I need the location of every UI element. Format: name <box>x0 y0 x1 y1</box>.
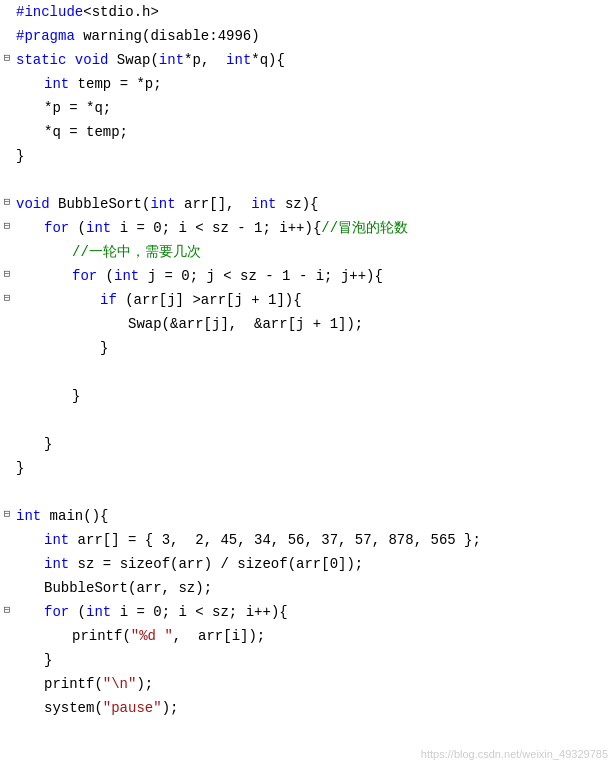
code-line: } <box>0 456 616 480</box>
code-line: } <box>0 648 616 672</box>
fold-indicator <box>0 337 14 339</box>
code-line: ⊟for (int j = 0; j < sz - 1 - i; j++){ <box>0 264 616 288</box>
fold-indicator <box>0 121 14 123</box>
fold-indicator[interactable]: ⊟ <box>0 505 14 520</box>
code-line: ⊟void BubbleSort(int arr[], int sz){ <box>0 192 616 216</box>
code-text: if (arr[j] >arr[j + 1]){ <box>14 289 616 311</box>
code-text: } <box>14 145 616 167</box>
fold-indicator <box>0 241 14 243</box>
fold-indicator <box>0 649 14 651</box>
fold-indicator <box>0 169 14 171</box>
code-text: int arr[] = { 3, 2, 45, 34, 56, 37, 57, … <box>14 529 616 551</box>
code-line <box>0 408 616 432</box>
code-line: printf("%d ", arr[i]); <box>0 624 616 648</box>
code-container: #include<stdio.h>#pragma warning(disable… <box>0 0 616 768</box>
code-line: ⊟static void Swap(int*p, int*q){ <box>0 48 616 72</box>
code-line: *q = temp; <box>0 120 616 144</box>
fold-indicator <box>0 73 14 75</box>
fold-indicator <box>0 97 14 99</box>
code-line: #pragma warning(disable:4996) <box>0 24 616 48</box>
fold-indicator <box>0 553 14 555</box>
code-line: ⊟for (int i = 0; i < sz - 1; i++){//冒泡的轮… <box>0 216 616 240</box>
code-line: system("pause"); <box>0 696 616 720</box>
code-text: } <box>14 649 616 671</box>
code-text: Swap(&arr[j], &arr[j + 1]); <box>14 313 616 335</box>
code-text: #pragma warning(disable:4996) <box>14 25 616 47</box>
code-line: printf("\n"); <box>0 672 616 696</box>
code-text <box>14 481 616 503</box>
watermark: https://blog.csdn.net/weixin_49329785 <box>421 748 608 760</box>
code-text: *q = temp; <box>14 121 616 143</box>
fold-indicator <box>0 625 14 627</box>
code-text: } <box>14 385 616 407</box>
fold-indicator <box>0 673 14 675</box>
code-text: printf("\n"); <box>14 673 616 695</box>
code-lines: #include<stdio.h>#pragma warning(disable… <box>0 0 616 720</box>
code-line <box>0 480 616 504</box>
code-line: int arr[] = { 3, 2, 45, 34, 56, 37, 57, … <box>0 528 616 552</box>
fold-indicator <box>0 577 14 579</box>
code-text <box>14 361 616 383</box>
code-line: //一轮中，需要几次 <box>0 240 616 264</box>
code-text: int temp = *p; <box>14 73 616 95</box>
fold-indicator <box>0 457 14 459</box>
fold-indicator <box>0 361 14 363</box>
fold-indicator[interactable]: ⊟ <box>0 289 14 304</box>
code-line: } <box>0 336 616 360</box>
code-text: printf("%d ", arr[i]); <box>14 625 616 647</box>
code-text: } <box>14 457 616 479</box>
code-text: int main(){ <box>14 505 616 527</box>
code-line: int sz = sizeof(arr) / sizeof(arr[0]); <box>0 552 616 576</box>
code-text: BubbleSort(arr, sz); <box>14 577 616 599</box>
code-line: ⊟int main(){ <box>0 504 616 528</box>
fold-indicator <box>0 385 14 387</box>
fold-indicator[interactable]: ⊟ <box>0 601 14 616</box>
code-text: #include<stdio.h> <box>14 1 616 23</box>
fold-indicator <box>0 409 14 411</box>
code-line <box>0 360 616 384</box>
fold-indicator <box>0 433 14 435</box>
fold-indicator <box>0 481 14 483</box>
code-line: #include<stdio.h> <box>0 0 616 24</box>
code-text: void BubbleSort(int arr[], int sz){ <box>14 193 616 215</box>
code-line: ⊟if (arr[j] >arr[j + 1]){ <box>0 288 616 312</box>
code-line: } <box>0 384 616 408</box>
fold-indicator <box>0 25 14 27</box>
fold-indicator <box>0 313 14 315</box>
code-text: system("pause"); <box>14 697 616 719</box>
code-text: static void Swap(int*p, int*q){ <box>14 49 616 71</box>
code-text: //一轮中，需要几次 <box>14 241 616 263</box>
code-text: } <box>14 433 616 455</box>
code-line: int temp = *p; <box>0 72 616 96</box>
code-line <box>0 168 616 192</box>
code-line: *p = *q; <box>0 96 616 120</box>
fold-indicator <box>0 529 14 531</box>
code-line: } <box>0 144 616 168</box>
code-text: for (int j = 0; j < sz - 1 - i; j++){ <box>14 265 616 287</box>
code-line: BubbleSort(arr, sz); <box>0 576 616 600</box>
code-text: for (int i = 0; i < sz; i++){ <box>14 601 616 623</box>
code-text <box>14 169 616 191</box>
code-text: *p = *q; <box>14 97 616 119</box>
code-line: Swap(&arr[j], &arr[j + 1]); <box>0 312 616 336</box>
fold-indicator <box>0 697 14 699</box>
code-text: } <box>14 337 616 359</box>
fold-indicator <box>0 145 14 147</box>
fold-indicator[interactable]: ⊟ <box>0 217 14 232</box>
fold-indicator <box>0 1 14 3</box>
code-text <box>14 409 616 431</box>
fold-indicator[interactable]: ⊟ <box>0 49 14 64</box>
code-line: } <box>0 432 616 456</box>
fold-indicator[interactable]: ⊟ <box>0 193 14 208</box>
code-line: ⊟for (int i = 0; i < sz; i++){ <box>0 600 616 624</box>
code-text: int sz = sizeof(arr) / sizeof(arr[0]); <box>14 553 616 575</box>
code-text: for (int i = 0; i < sz - 1; i++){//冒泡的轮数 <box>14 217 616 239</box>
fold-indicator[interactable]: ⊟ <box>0 265 14 280</box>
